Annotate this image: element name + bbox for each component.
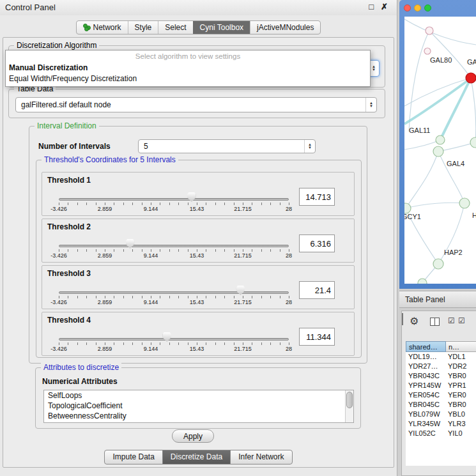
table-cell-shared-name[interactable]: YPR145W [406, 381, 446, 390]
slider-track[interactable] [59, 291, 289, 294]
table-data-combobox[interactable]: galFiltered.sif default node [15, 97, 377, 112]
tab-select[interactable]: Select [158, 21, 192, 34]
network-edge[interactable] [406, 203, 464, 208]
table-row[interactable]: YDR27…YDR2 [406, 362, 476, 371]
threshold-value-field[interactable]: 11.344 [299, 328, 335, 346]
columns-icon[interactable] [430, 318, 440, 326]
numerical-attributes-label: Numerical Attributes [42, 377, 118, 386]
table-row[interactable]: YBR043CYBR0 [406, 371, 476, 381]
tab-network[interactable]: Network [77, 21, 128, 34]
cyni-toolbox-panel: Discretization Algorithm Table Data galF… [3, 37, 394, 468]
table-cell-shared-name[interactable]: YDL19… [406, 352, 446, 362]
table-cell-name[interactable]: YBR0 [446, 400, 476, 410]
table-row[interactable]: YER054CYER0 [406, 390, 476, 400]
minimize-traffic-icon[interactable] [414, 4, 421, 12]
table-cell-shared-name[interactable]: YBL079W [406, 410, 446, 419]
extra-toolbar-icon[interactable] [402, 313, 403, 325]
dropdown-option-manual-discretization[interactable]: Manual Discretization [6, 63, 370, 73]
table-cell-name[interactable]: YIL0 [446, 429, 476, 438]
select-none-columns-icon[interactable]: ☑ [458, 316, 465, 325]
tick-label: 21.715 [234, 346, 252, 352]
close-traffic-icon[interactable] [404, 4, 411, 12]
network-edge[interactable] [429, 31, 471, 78]
threshold-value-field[interactable]: 21.4 [299, 281, 335, 299]
network-node[interactable] [436, 135, 445, 144]
threshold-value-field[interactable]: 14.713 [299, 188, 335, 206]
table-cell-shared-name[interactable]: YBR043C [406, 371, 446, 381]
scrollbar-thumb[interactable] [346, 392, 353, 408]
float-window-icon[interactable]: □ [369, 2, 374, 12]
close-window-icon[interactable]: ✗ [381, 2, 388, 12]
dropdown-option-equal-width-frequency-discretization[interactable]: Equal Width/Frequency Discretization [6, 73, 370, 84]
gear-icon[interactable]: ⚙ [410, 315, 418, 327]
select-all-columns-icon[interactable]: ☑ [448, 316, 455, 325]
tab-impute-data[interactable]: Impute Data [104, 450, 162, 464]
threshold-value-field[interactable]: 6.316 [299, 234, 335, 252]
slider-track[interactable] [59, 338, 289, 341]
table-cell-name[interactable]: YBL0 [446, 410, 476, 419]
network-node[interactable] [433, 259, 443, 269]
table-cell-name[interactable]: YER0 [446, 390, 476, 400]
table-panel-header[interactable]: Table Panel [399, 291, 476, 308]
number-of-intervals-combobox[interactable]: 5 [138, 139, 316, 153]
apply-button[interactable]: Apply [172, 429, 214, 443]
network-edge[interactable] [404, 19, 476, 45]
network-node-selected[interactable] [466, 73, 476, 83]
tick-label: 28 [286, 346, 292, 352]
numerical-attributes-list[interactable]: SelfLoopsTopologicalCoefficientBetweenne… [43, 390, 354, 423]
table-header-row: shared… n… [406, 341, 476, 352]
zoom-traffic-icon[interactable] [424, 4, 431, 12]
threshold-label: Threshold 2 [47, 222, 91, 231]
table-row[interactable]: YBR045CYBR0 [406, 400, 476, 410]
column-header-name[interactable]: n… [446, 341, 476, 352]
network-node[interactable] [470, 137, 476, 148]
attributes-to-discretize-group: Attributes to discretize Numerical Attri… [35, 367, 361, 429]
network-node[interactable] [459, 198, 470, 208]
table-row[interactable]: YDL19…YDL1 [406, 352, 476, 362]
tab-cyni-toolbox[interactable]: Cyni Toolbox [193, 21, 250, 34]
tab-infer-network[interactable]: Infer Network [230, 450, 292, 464]
network-canvas[interactable]: GAL80GAGAL11GAL4GCY1HHAP2 [404, 17, 476, 284]
network-node[interactable] [433, 146, 443, 157]
table-cell-name[interactable]: YLR3 [446, 419, 476, 429]
network-edge[interactable] [406, 151, 438, 208]
table-row[interactable]: YIL052CYIL0 [406, 429, 476, 438]
table-cell-shared-name[interactable]: YLR345W [406, 419, 446, 429]
attribute-item-topologicalcoefficient[interactable]: TopologicalCoefficient [44, 401, 353, 411]
table-cell-shared-name[interactable]: YDR27… [406, 362, 446, 371]
network-edge[interactable] [409, 31, 429, 132]
table-row[interactable]: YBL079WYBL0 [406, 410, 476, 419]
slider-track[interactable] [59, 198, 289, 201]
attribute-item-selfloops[interactable]: SelfLoops [44, 390, 353, 401]
table-cell-name[interactable]: YDL1 [446, 352, 476, 362]
column-header-shared-name[interactable]: shared… [406, 341, 446, 352]
network-node[interactable] [418, 279, 427, 284]
network-edge[interactable] [471, 78, 476, 142]
network-node[interactable] [424, 48, 431, 54]
dropdown-placeholder: Select algorithm to view settings [6, 50, 370, 63]
window-traffic-lights [404, 4, 431, 12]
table-cell-shared-name[interactable]: YIL052C [406, 429, 446, 438]
table-cell-shared-name[interactable]: YER054C [406, 390, 446, 400]
list-scrollbar[interactable] [345, 390, 353, 422]
network-node[interactable] [404, 203, 411, 213]
control-panel-window: Control Panel □ ✗ NetworkStyleSelectCyni… [0, 0, 397, 476]
tab-style[interactable]: Style [128, 21, 158, 34]
table-row[interactable]: YLR345WYLR3 [406, 419, 476, 429]
table-cell-name[interactable]: YBR0 [446, 371, 476, 381]
table-row[interactable]: YPR145WYPR1 [406, 381, 476, 390]
tick-label: -3.426 [50, 299, 67, 305]
network-node[interactable] [426, 27, 433, 35]
combobox-value: galFiltered.sif default node [16, 100, 365, 109]
network-node-label: GAL80 [430, 56, 452, 64]
tab-jactivemnodules[interactable]: jActiveMNodules [250, 21, 320, 34]
threshold-panel-3: Threshold 3-3.4262.8599.14415.4321.71528… [42, 265, 355, 309]
tick-label: 21.715 [234, 206, 252, 212]
table-cell-name[interactable]: YDR2 [446, 362, 476, 371]
network-edge[interactable] [438, 142, 475, 151]
slider-track[interactable] [59, 245, 289, 247]
table-cell-shared-name[interactable]: YBR045C [406, 400, 446, 410]
attribute-item-betweennesscentrality[interactable]: BetweennessCentrality [44, 411, 353, 421]
tab-discretize-data[interactable]: Discretize Data [162, 450, 231, 464]
table-cell-name[interactable]: YPR1 [446, 381, 476, 390]
